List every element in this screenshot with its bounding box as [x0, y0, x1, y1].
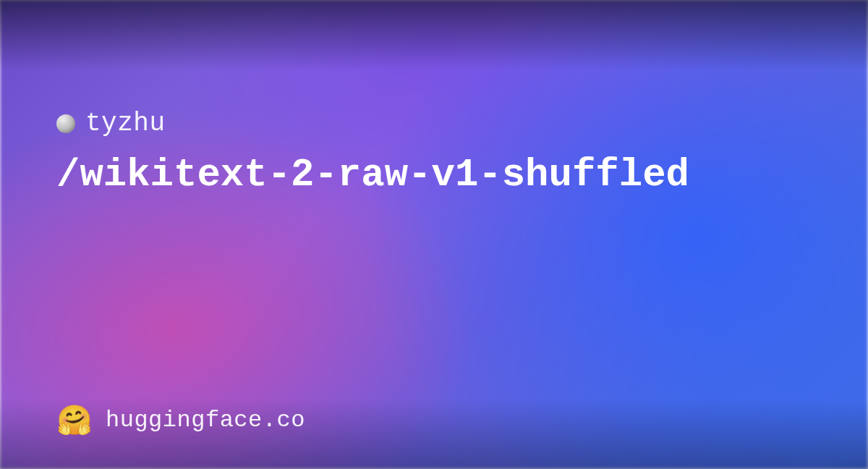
card-content: tyzhu /wikitext-2-raw-v1-shuffled 🤗 hugg…: [0, 0, 868, 469]
footer: 🤗 huggingface.co: [56, 405, 305, 434]
owner-line: tyzhu: [56, 109, 166, 138]
repo-title: /wikitext-2-raw-v1-shuffled: [56, 153, 689, 196]
footer-domain: huggingface.co: [106, 407, 305, 434]
owner-name: tyzhu: [85, 109, 166, 138]
huggingface-emoji-icon: 🤗: [56, 405, 93, 434]
owner-avatar-icon: [56, 114, 75, 133]
